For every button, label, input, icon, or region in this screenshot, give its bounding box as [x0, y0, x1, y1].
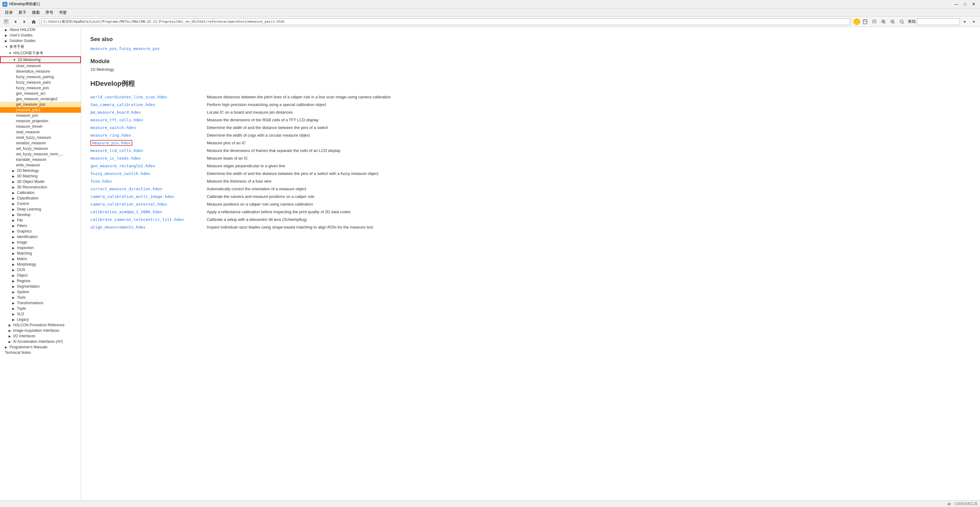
example-link-0[interactable]: world_coordinates_line_scan.hdev: [91, 95, 167, 99]
menu-item-sequence[interactable]: 序号: [43, 9, 56, 16]
sidebar-item-gen-measure-arc[interactable]: gen_measure_arc: [0, 91, 81, 96]
maximize-button[interactable]: □: [961, 1, 969, 7]
home-icon-button[interactable]: [29, 18, 38, 26]
see-also-link-fuzzy-measure-pos[interactable]: fuzzy_measure_pos: [119, 46, 160, 51]
sidebar-item-fuzzy-measure-pairing[interactable]: fuzzy_measure_pairing: [0, 74, 81, 79]
menu-item-directory[interactable]: 目录: [2, 9, 15, 16]
example-link-13[interactable]: camera_calibration_multi_image.hdev: [91, 194, 174, 199]
sidebar-item-matching[interactable]: ▶ Matching: [0, 251, 81, 256]
example-link-8[interactable]: measure_ic_leads.hdev: [91, 156, 141, 161]
example-link-4[interactable]: measure_switch.hdev: [91, 125, 136, 130]
example-link-3[interactable]: measure_tft_cells.hdev: [91, 118, 143, 122]
sidebar-item-users-guides[interactable]: ▶ User's Guides: [0, 32, 81, 38]
sidebar-item-gen-measure-rectangle2[interactable]: gen_measure_rectangle2: [0, 96, 81, 102]
sidebar-item-ai-acceleration[interactable]: ▶ AI Acceleration Interfaces (AI²): [0, 339, 81, 344]
sidebar-item-tools[interactable]: ▶ Tools: [0, 295, 81, 300]
zoom-in-button[interactable]: [879, 18, 888, 26]
sidebar-item-develop[interactable]: ▶ Develop: [0, 212, 81, 218]
sidebar-item-deserialize-measure[interactable]: deserialize_measure: [0, 68, 81, 74]
sidebar-item-solution-guides[interactable]: ▶ Solution Guides: [0, 38, 81, 43]
example-link-12[interactable]: correct_measure_direction.hdev: [91, 187, 162, 191]
sidebar-item-calibration[interactable]: ▶ Calibration: [0, 190, 81, 195]
example-link-5[interactable]: measure_ring.hdev: [91, 133, 131, 138]
zoom-reset-button[interactable]: [897, 18, 906, 26]
sidebar-item-measure-pos[interactable]: measure_pos: [0, 113, 81, 118]
sidebar-item-file[interactable]: ▶ File: [0, 218, 81, 223]
sidebar-item-system[interactable]: ▶ System: [0, 289, 81, 295]
sidebar-item-3d-object-model[interactable]: ▶ 3D Object Model: [0, 179, 81, 184]
sidebar-item-control[interactable]: ▶ Control: [0, 201, 81, 207]
sidebar-item-deep-learning[interactable]: ▶ Deep Learning: [0, 207, 81, 212]
sidebar-item-write-measure[interactable]: write_measure: [0, 162, 81, 168]
sidebar-item-inspection[interactable]: ▶ Inspection: [0, 245, 81, 251]
sidebar-item-filters[interactable]: ▶ Filters: [0, 223, 81, 229]
example-link-7[interactable]: measure_lcd_cells.hdev: [91, 148, 143, 153]
minimize-button[interactable]: —: [953, 1, 960, 7]
sidebar-item-image[interactable]: ▶ Image: [0, 240, 81, 245]
back-button[interactable]: [11, 18, 20, 26]
menu-item-bookmark[interactable]: 书签: [56, 9, 69, 16]
search-input[interactable]: [917, 18, 960, 25]
sidebar-item-fuzzy-measure-pos[interactable]: fuzzy_measure_pos: [0, 85, 81, 91]
sidebar-item-classification[interactable]: ▶ Classification: [0, 195, 81, 201]
sidebar-item-halcon-algo-ref[interactable]: ▼ HALCON算子参考: [0, 50, 81, 56]
example-link-11[interactable]: fuse.hdev: [91, 179, 112, 183]
search-up-button[interactable]: [970, 18, 978, 26]
sidebar-item-set-fuzzy-measure-norm[interactable]: set_fuzzy_measure_norm_...: [0, 151, 81, 157]
menu-item-search[interactable]: 搜索: [29, 9, 42, 16]
sidebar-item-translate-measure[interactable]: translate_measure: [0, 157, 81, 162]
sidebar-item-3d-reconstruction[interactable]: ▶ 3D Reconstruction: [0, 184, 81, 190]
sidebar-item-serialize-measure[interactable]: serialize_measure: [0, 140, 81, 146]
sidebar-item-fuzzy-measure-pairs[interactable]: fuzzy_measure_pairs: [0, 79, 81, 85]
example-link-10[interactable]: fuzzy_measure_switch.hdev: [91, 171, 150, 176]
sidebar-item-morphology[interactable]: ▶ Morphology: [0, 262, 81, 267]
sidebar-item-ocr[interactable]: ▶ OCR: [0, 267, 81, 273]
sidebar-item-halcon-proc-ref[interactable]: ▶ HALCON Procedure Reference: [0, 322, 81, 328]
sidebar-item-technical-notes[interactable]: Technical Notes: [0, 350, 81, 355]
print-button[interactable]: [870, 18, 878, 26]
sidebar-item-io-interfaces[interactable]: ▶ I/O Interfaces: [0, 333, 81, 339]
sidebar-item-get-measure-pos[interactable]: get_measure_pos: [0, 102, 81, 107]
sidebar-item-segmentation[interactable]: ▶ Segmentation: [0, 284, 81, 289]
see-also-link-measure-pos[interactable]: measure_pos: [91, 46, 117, 51]
sidebar-item-measure-projection[interactable]: measure_projection: [0, 118, 81, 124]
sidebar-item-2d-metrology[interactable]: ▶ 2D Metrology: [0, 168, 81, 173]
sidebar-item-identification[interactable]: ▶ Identification: [0, 234, 81, 240]
sidebar-item-set-fuzzy-measure[interactable]: set_fuzzy_measure: [0, 146, 81, 151]
sidebar-item-tuple[interactable]: ▶ Tuple: [0, 306, 81, 311]
sidebar-item-3d-matching[interactable]: ▶ 3D Matching: [0, 173, 81, 179]
example-link-17[interactable]: align_measurements.hdev: [91, 225, 145, 229]
sidebar-item-1d-measuring[interactable]: ▼ 1D Measuring: [0, 56, 81, 63]
example-link-16[interactable]: calibrate_cameras_telecentric_tilt.hdev: [91, 217, 184, 222]
sidebar-item-transformations[interactable]: ▶ Transformations: [0, 300, 81, 306]
sidebar-item-graphics[interactable]: ▶ Graphics: [0, 229, 81, 234]
sidebar-item-object[interactable]: ▶ Object: [0, 273, 81, 278]
example-link-1[interactable]: two_camera_calibration.hdev: [91, 102, 155, 107]
sidebar-item-measure-thresh[interactable]: measure_thresh: [0, 124, 81, 129]
example-link-6[interactable]: measure_pin.hdev: [91, 140, 132, 146]
sidebar-item-close-measure[interactable]: close_measure: [0, 63, 81, 68]
example-link-14[interactable]: camera_calibration_external.hdev: [91, 202, 167, 207]
search-down-button[interactable]: [960, 18, 969, 26]
address-bar[interactable]: [41, 18, 850, 25]
forward-button[interactable]: [20, 18, 29, 26]
sidebar-item-reference-manual[interactable]: ▼ 参考手册: [0, 43, 81, 50]
sidebar-item-image-acq-interfaces[interactable]: ▶ Image Acquisition Interfaces: [0, 328, 81, 333]
sidebar-item-matrix[interactable]: ▶ Matrix: [0, 256, 81, 262]
close-button[interactable]: ✕: [970, 1, 978, 7]
sidebar-item-reset-fuzzy-measure[interactable]: reset_fuzzy_measure: [0, 135, 81, 140]
sidebar-item-measure-pairs[interactable]: measure_pairs: [0, 107, 81, 113]
sidebar-item-regions[interactable]: ▶ Regions: [0, 278, 81, 284]
example-link-15[interactable]: calibration_aimdpm_1_2006.hdev: [91, 210, 162, 214]
zoom-out-button[interactable]: [888, 18, 897, 26]
home-button[interactable]: [2, 18, 10, 26]
example-link-9[interactable]: gen_measure_rectangle2.hdev: [91, 164, 155, 168]
sidebar-item-about-halcon[interactable]: ▶ About HALCON: [0, 27, 81, 32]
sidebar-item-xld[interactable]: ▶ XLD: [0, 311, 81, 317]
circle-button[interactable]: [853, 18, 860, 25]
example-link-2[interactable]: pm_measure_board.hdev: [91, 110, 141, 114]
sidebar-item-legacy[interactable]: ▶ Legacy: [0, 317, 81, 322]
menu-item-operators[interactable]: 算子: [16, 9, 29, 16]
sidebar-item-read-measure[interactable]: read_measure: [0, 129, 81, 135]
sidebar-item-programmers-manuals[interactable]: ▶ Programmer's Manuals: [0, 344, 81, 350]
